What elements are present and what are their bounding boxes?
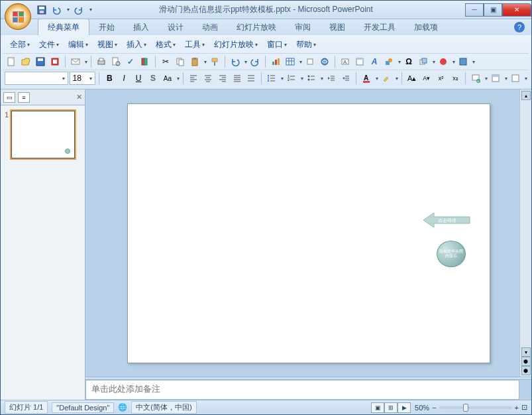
tab-design[interactable]: 设计 (158, 19, 193, 35)
design-icon[interactable] (456, 55, 470, 68)
tab-insert[interactable]: 插入 (124, 19, 158, 35)
slide[interactable]: 点击传送 鼠标悬停在图内显示 (127, 103, 490, 363)
close-panel-icon[interactable]: ✕ (76, 93, 82, 101)
menu-edit[interactable]: 编辑▾ (64, 38, 92, 52)
office-button[interactable] (5, 3, 31, 30)
tab-slideshow[interactable]: 幻灯片放映 (227, 19, 286, 35)
redo-icon[interactable] (74, 5, 84, 15)
distributed-icon[interactable] (245, 72, 258, 85)
menu-file[interactable]: 文件▾ (35, 38, 63, 52)
paste-dropdown[interactable]: ▾ (204, 59, 207, 65)
numbering-icon[interactable]: 12 (285, 72, 298, 85)
ls-dd[interactable]: ▾ (281, 76, 284, 82)
zoom-in-icon[interactable]: + (515, 404, 519, 412)
menu-window[interactable]: 窗口▾ (263, 38, 291, 52)
bul-dd[interactable]: ▾ (321, 76, 323, 82)
tab-review[interactable]: 审阅 (286, 19, 320, 35)
tables-icon[interactable] (303, 55, 317, 68)
text-box-icon[interactable]: A (339, 55, 352, 68)
maximize-button[interactable]: ▣ (484, 3, 502, 17)
slides-tab-icon[interactable]: ▭ (3, 92, 15, 103)
shapes-dd[interactable]: ▾ (398, 59, 401, 65)
zoom-slider[interactable] (439, 406, 512, 409)
new-icon[interactable] (5, 55, 18, 68)
email-dropdown[interactable]: ▾ (85, 59, 87, 65)
normal-view-icon[interactable]: ▣ (371, 402, 384, 413)
italic-button[interactable]: I (117, 72, 131, 85)
fc-dd[interactable]: ▾ (376, 76, 378, 82)
zoom-level[interactable]: 50% (415, 404, 429, 412)
ns-dd[interactable]: ▾ (485, 76, 488, 82)
paste-icon[interactable] (188, 55, 201, 68)
num-dd[interactable]: ▾ (301, 76, 303, 82)
format-painter-icon[interactable] (208, 55, 221, 68)
print-icon[interactable] (95, 55, 108, 68)
close-button[interactable]: ✕ (502, 3, 531, 17)
arrow-shape[interactable]: 点击传送 (423, 211, 471, 229)
open-icon[interactable] (19, 55, 32, 68)
rs-dd[interactable]: ▾ (525, 76, 527, 82)
table-dd[interactable]: ▾ (299, 59, 302, 65)
research-icon[interactable] (138, 55, 152, 68)
prev-slide-icon[interactable]: ⬢ (521, 357, 531, 366)
menu-view[interactable]: 视图▾ (93, 38, 121, 52)
bullets-icon[interactable] (305, 72, 318, 85)
case-dd[interactable]: ▾ (177, 76, 180, 82)
circle-shape[interactable]: 鼠标悬停在图内显示 (437, 241, 466, 267)
tab-classic-menu[interactable]: 经典菜单 (38, 19, 89, 35)
font-name-combo[interactable]: ▾ (5, 72, 68, 85)
scroll-down-icon[interactable]: ▾ (521, 347, 531, 357)
decrease-indent-icon[interactable] (325, 72, 338, 85)
undo-icon[interactable] (51, 5, 62, 15)
menu-tools[interactable]: 工具▾ (181, 38, 209, 52)
save-icon[interactable] (36, 5, 47, 15)
change-case-button[interactable]: Aa (161, 72, 174, 85)
wordart-icon[interactable]: A (368, 55, 381, 68)
outline-tab-icon[interactable]: ≡ (18, 92, 30, 103)
hyperlink-icon[interactable] (318, 55, 331, 68)
notes-pane[interactable]: 单击此处添加备注 (85, 380, 519, 400)
menu-help[interactable]: 帮助▾ (292, 38, 320, 52)
reset-icon[interactable] (509, 72, 522, 85)
permission-icon[interactable] (48, 55, 62, 68)
next-slide-icon[interactable]: ⬢ (521, 366, 531, 375)
tab-developer[interactable]: 开发工具 (354, 19, 405, 35)
symbol-icon[interactable]: Ω (402, 55, 415, 68)
font-color-icon[interactable]: A (360, 72, 373, 85)
cut-icon[interactable]: ✂ (159, 55, 172, 68)
slide-thumbnail[interactable]: 1 (5, 111, 81, 158)
increase-indent-icon[interactable] (339, 72, 352, 85)
slideshow-view-icon[interactable]: ▶ (398, 402, 411, 413)
increase-font-icon[interactable]: A▴ (405, 72, 419, 85)
header-footer-icon[interactable] (353, 55, 366, 68)
undo-icon[interactable] (229, 55, 242, 68)
layout-icon[interactable] (489, 72, 502, 85)
menu-slideshow[interactable]: 幻灯片放映▾ (210, 38, 262, 52)
new-slide-icon[interactable]: + (469, 72, 482, 85)
design-dd[interactable]: ▾ (472, 59, 475, 65)
undo-dd[interactable]: ▾ (244, 59, 247, 65)
font-size-combo[interactable]: 18▾ (70, 72, 96, 85)
tab-addins[interactable]: 加载项 (405, 19, 447, 35)
subscript-icon[interactable]: x₂ (449, 72, 462, 85)
menu-format[interactable]: 格式▾ (152, 38, 180, 52)
hl-dd[interactable]: ▾ (396, 76, 398, 82)
ly-dd[interactable]: ▾ (505, 76, 507, 82)
help-icon[interactable]: ? (514, 22, 525, 32)
align-justify-icon[interactable] (231, 72, 244, 85)
spelling-icon[interactable]: ✓ (124, 55, 137, 68)
shapes-icon[interactable] (382, 55, 396, 68)
arrange-icon[interactable] (417, 55, 430, 68)
zoom-out-icon[interactable]: − (432, 404, 436, 412)
highlight-icon[interactable] (380, 72, 393, 85)
language-icon[interactable]: 🌐 (118, 403, 127, 412)
superscript-icon[interactable]: x² (435, 72, 448, 85)
status-language[interactable]: 中文(简体，中国) (131, 401, 196, 414)
vertical-scrollbar[interactable]: ▴ ▾ ⬢ ⬢ (519, 89, 531, 377)
minimize-button[interactable]: ─ (465, 3, 484, 17)
undo-dropdown[interactable]: ▾ (67, 7, 70, 13)
email-icon[interactable] (69, 55, 82, 68)
align-left-icon[interactable] (187, 72, 200, 85)
tab-animation[interactable]: 动画 (193, 19, 227, 35)
line-spacing-icon[interactable] (265, 72, 278, 85)
